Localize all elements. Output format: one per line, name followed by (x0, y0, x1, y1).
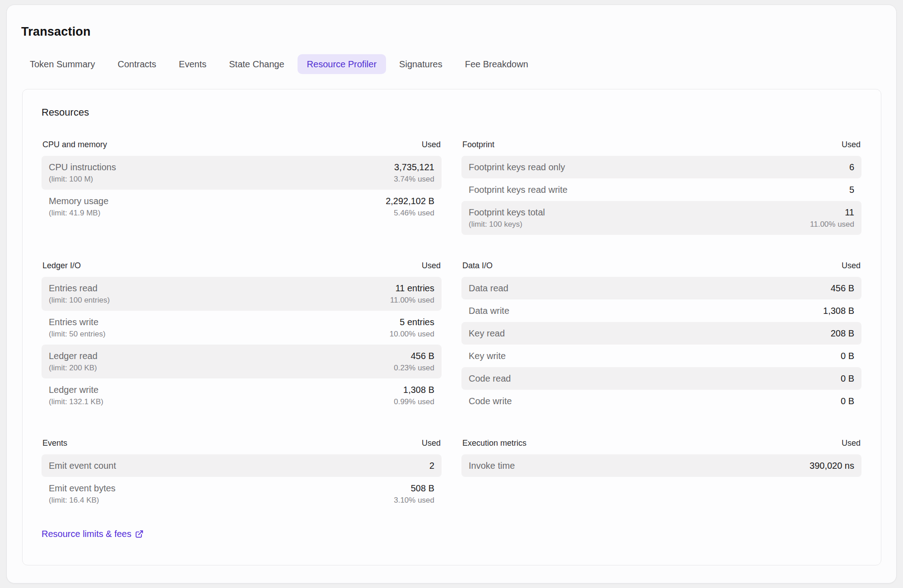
resource-row-value: 11 entries (390, 282, 434, 294)
transaction-card: Transaction Token SummaryContractsEvents… (6, 5, 897, 583)
resource-row: Ledger write (limit: 132.1 KB) 1,308 B 0… (42, 378, 442, 412)
resource-row-limit: (limit: 50 entries) (49, 329, 106, 339)
resource-row-label: Footprint keys total (469, 206, 545, 218)
resource-section-cpu-and-memory: CPU and memory Used CPU instructions (li… (42, 139, 442, 224)
resource-row-limit: (limit: 16.4 KB) (49, 495, 116, 505)
tab-fee-breakdown[interactable]: Fee Breakdown (456, 54, 538, 74)
resource-row-label: Footprint keys read only (469, 161, 565, 173)
resource-row-value: 2 (429, 460, 434, 471)
resource-row-value: 0 B (841, 350, 854, 362)
resource-row-limit: (limit: 132.1 KB) (49, 397, 103, 407)
resource-row: Code read 0 B (461, 367, 861, 390)
resource-row: Invoke time 390,020 ns (461, 454, 861, 477)
resource-row-percent: 11.00% used (810, 219, 854, 229)
resource-row-label: Key read (469, 327, 505, 339)
resource-row-value: 508 B (394, 482, 434, 494)
resource-row: Emit event bytes (limit: 16.4 KB) 508 B … (42, 477, 442, 511)
resource-row: Ledger read (limit: 200 KB) 456 B 0.23% … (42, 345, 442, 378)
resource-row-percent: 0.99% used (394, 397, 434, 407)
resource-row-percent: 0.23% used (394, 363, 434, 373)
resource-row-label: Emit event count (49, 460, 116, 471)
resources-panel: Resources CPU and memory Used CPU instru… (22, 89, 881, 565)
resource-row-label: Footprint keys read write (469, 184, 568, 196)
resource-row-label: Invoke time (469, 460, 515, 471)
used-column-label: Used (422, 139, 441, 150)
external-link-icon (135, 530, 144, 538)
resource-row-limit: (limit: 100 entries) (49, 295, 110, 305)
resource-row: CPU instructions (limit: 100 M) 3,735,12… (42, 156, 442, 190)
resource-row-value: 0 B (841, 373, 854, 384)
resource-row: Emit event count 2 (42, 454, 442, 477)
resource-row: Memory usage (limit: 41.9 MB) 2,292,102 … (42, 190, 442, 224)
resource-section-footprint: Footprint Used Footprint keys read only … (461, 139, 861, 235)
transaction-tabs: Token SummaryContractsEventsState Change… (20, 54, 896, 74)
tab-token-summary[interactable]: Token Summary (20, 54, 105, 74)
resource-row-label: Data write (469, 305, 509, 317)
section-title: Events (42, 438, 67, 448)
resource-row: Key write 0 B (461, 345, 861, 367)
resource-row-value: 456 B (831, 282, 854, 294)
resource-row-percent: 5.46% used (386, 208, 434, 218)
resource-section-execution-metrics: Execution metrics Used Invoke time 390,0… (461, 438, 861, 477)
resource-row-label: Emit event bytes (49, 482, 116, 494)
resource-section-ledger-i-o: Ledger I/O Used Entries read (limit: 100… (42, 260, 442, 412)
resource-row-percent: 3.74% used (394, 174, 434, 184)
tab-contracts[interactable]: Contracts (108, 54, 166, 74)
resource-row-label: Ledger write (49, 384, 103, 396)
resource-row: Code write 0 B (461, 390, 861, 412)
section-title: CPU and memory (42, 139, 107, 150)
section-header: Footprint Used (461, 139, 861, 150)
resource-row-label: Data read (469, 282, 508, 294)
section-rows: Emit event count 2 Emit event bytes (lim… (42, 454, 442, 511)
section-header: Ledger I/O Used (42, 260, 442, 271)
tab-state-change[interactable]: State Change (219, 54, 293, 74)
section-header: CPU and memory Used (42, 139, 442, 150)
resource-row-limit: (limit: 200 KB) (49, 363, 98, 373)
tab-events[interactable]: Events (169, 54, 216, 74)
resource-row-label: Ledger read (49, 350, 98, 362)
resource-row-value: 5 (849, 184, 854, 196)
resource-row-label: Memory usage (49, 195, 108, 207)
resource-row-limit: (limit: 100 M) (49, 174, 116, 184)
section-title: Ledger I/O (42, 260, 81, 271)
page-title: Transaction (21, 25, 896, 39)
section-rows: CPU instructions (limit: 100 M) 3,735,12… (42, 156, 442, 224)
resource-row-value: 11 (810, 206, 854, 218)
resource-row-value: 1,308 B (823, 305, 854, 317)
section-title: Data I/O (462, 260, 493, 271)
resource-row: Footprint keys read write 5 (461, 178, 861, 201)
resource-row-label: Key write (469, 350, 506, 362)
section-rows: Footprint keys read only 6 Footprint key… (461, 156, 861, 235)
section-title: Footprint (462, 139, 494, 150)
resource-section-data-i-o: Data I/O Used Data read 456 B Data write… (461, 260, 861, 412)
resource-row-value: 390,020 ns (810, 460, 854, 471)
section-rows: Invoke time 390,020 ns (461, 454, 861, 477)
section-header: Events Used (42, 438, 442, 448)
used-column-label: Used (842, 438, 861, 448)
used-column-label: Used (842, 139, 861, 150)
resource-sections-grid: CPU and memory Used CPU instructions (li… (42, 139, 861, 511)
section-rows: Entries read (limit: 100 entries) 11 ent… (42, 277, 442, 412)
resource-row-value: 456 B (394, 350, 434, 362)
resource-row: Footprint keys total (limit: 100 keys) 1… (461, 201, 861, 235)
section-header: Execution metrics Used (461, 438, 861, 448)
resource-row: Key read 208 B (461, 322, 861, 345)
resource-row-value: 0 B (841, 395, 854, 407)
resource-row-limit: (limit: 100 keys) (469, 219, 545, 229)
resource-row-percent: 3.10% used (394, 495, 434, 505)
section-header: Data I/O Used (461, 260, 861, 271)
tab-signatures[interactable]: Signatures (390, 54, 452, 74)
resource-row-value: 1,308 B (394, 384, 434, 396)
resource-row: Data read 456 B (461, 277, 861, 299)
tab-resource-profiler[interactable]: Resource Profiler (298, 54, 386, 74)
resource-row-value: 2,292,102 B (386, 195, 434, 207)
resource-row-value: 3,735,121 (394, 161, 434, 173)
used-column-label: Used (422, 260, 441, 271)
resource-section-events: Events Used Emit event count 2 Emit even… (42, 438, 442, 511)
resource-row-value: 5 entries (390, 316, 434, 328)
resource-row-label: CPU instructions (49, 161, 116, 173)
resource-row-value: 208 B (831, 327, 854, 339)
resource-row: Entries write (limit: 50 entries) 5 entr… (42, 311, 442, 345)
resource-row-label: Code read (469, 373, 511, 384)
resource-limits-fees-link[interactable]: Resource limits & fees (42, 529, 144, 539)
